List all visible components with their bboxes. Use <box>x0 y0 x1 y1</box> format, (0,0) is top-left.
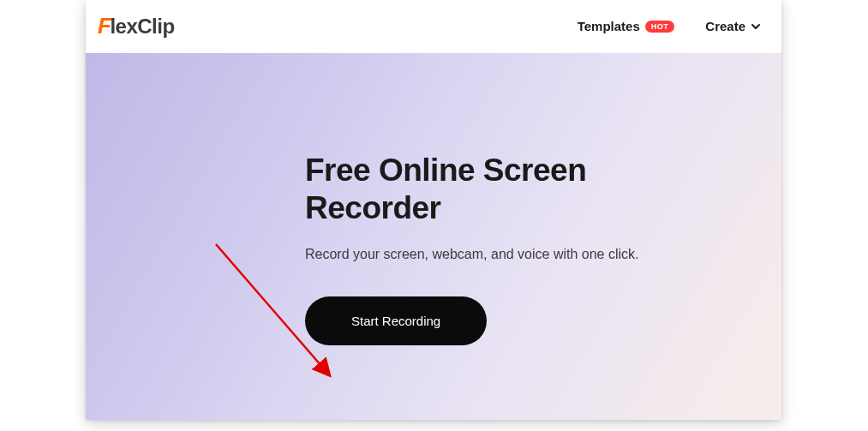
nav-templates-label: Templates <box>578 19 640 33</box>
start-recording-button[interactable]: Start Recording <box>305 296 487 345</box>
nav-create-label: Create <box>705 19 745 33</box>
logo-accent: F <box>98 13 111 39</box>
chevron-down-icon <box>751 21 761 32</box>
nav-templates[interactable]: Templates HOT <box>578 19 675 33</box>
hero-title-line1: Free Online Screen <box>305 153 586 188</box>
header: FlexClip Templates HOT Create <box>86 0 781 53</box>
logo-text: lexClip <box>110 15 174 39</box>
page-frame: FlexClip Templates HOT Create Free Onlin… <box>86 0 781 420</box>
hero: Free Online Screen Recorder Record your … <box>86 53 781 420</box>
logo[interactable]: FlexClip <box>98 13 175 39</box>
hot-badge: HOT <box>645 21 675 33</box>
hero-title: Free Online Screen Recorder <box>305 152 781 228</box>
nav-create[interactable]: Create <box>705 19 761 33</box>
hero-title-line2: Recorder <box>305 190 440 225</box>
nav-right: Templates HOT Create <box>578 19 761 33</box>
hero-subtitle: Record your screen, webcam, and voice wi… <box>305 247 781 262</box>
